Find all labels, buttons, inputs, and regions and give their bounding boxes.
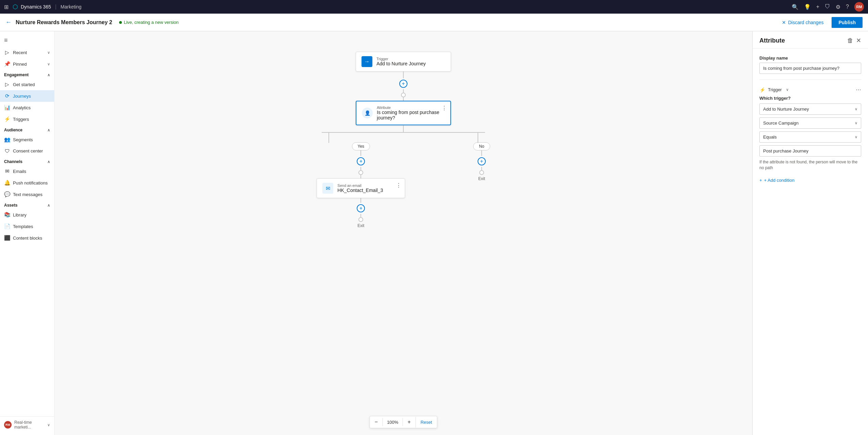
yes-exit-connector-2 [360,214,361,217]
attribute-node-label-main: Is coming from post purchase journey? [377,110,445,120]
sidebar-footer[interactable]: RM Real-time marketi... ∨ [0,416,54,432]
attribute-node-more-icon[interactable]: ⋮ [441,105,447,111]
yes-exit-connector-1 [360,198,361,203]
app-name: Dynamics 365 [21,4,51,10]
sidebar-item-push-notifications[interactable]: 🔔 Push notifications [0,177,54,189]
sidebar-item-library[interactable]: 📚 Library [0,209,54,221]
app-brand: ⬡ Dynamics 365 | Marketing [13,3,81,11]
connector-line-1 [403,71,404,78]
yes-exit-add-button[interactable]: + [357,204,365,212]
panel-body: Display name ⚡ Trigger ∨ ⋯ Which trigger… [753,49,868,191]
no-add-button[interactable]: + [478,157,486,165]
sidebar-item-consent-center[interactable]: 🛡 Consent center [0,145,54,157]
branch-area: Yes + ✉ Send an email HK_C [315,125,492,228]
branch-row: Yes + ✉ Send an email HK_C [317,142,490,228]
post-purchase-input[interactable] [759,145,861,157]
add-button-1[interactable]: + [399,80,407,88]
which-trigger-label: Which trigger? [759,96,861,101]
recent-icon: ▷ [4,49,10,55]
sidebar-item-journeys[interactable]: ⟳ Journeys [0,90,54,102]
sidebar-item-analytics[interactable]: 📊 Analytics [0,102,54,113]
no-label: No [473,142,490,150]
assets-header: Assets ∧ [0,200,54,209]
zoom-reset-button[interactable]: Reset [415,417,437,428]
source-dropdown-chevron: ∨ [855,121,857,125]
left-drop [328,133,329,143]
sidebar-item-segments[interactable]: 👥 Segments [0,134,54,145]
trigger-node-labels: Trigger Add to Nurture Journey [376,57,426,66]
yes-add-button[interactable]: + [357,157,365,165]
trigger-dropdown[interactable]: Add to Nurture Journey ∨ [759,103,861,115]
module-name: Marketing [61,4,81,10]
panel-close-button[interactable]: ✕ [856,37,861,44]
sidebar-item-text-messages[interactable]: 💬 Text messages [0,189,54,200]
zoom-out-button[interactable]: − [370,416,383,428]
grid-icon[interactable]: ⊞ [4,4,9,10]
get-started-icon: ▷ [4,81,10,87]
segments-icon: 👥 [4,136,10,143]
journey-canvas: → Trigger Add to Nurture Journey + 👤 A [54,31,752,435]
display-name-input[interactable] [759,63,861,74]
equals-dropdown[interactable]: Equals ∨ [759,131,861,143]
assets-chevron: ∧ [47,203,50,208]
add-condition-button[interactable]: + + Add condition [759,176,861,184]
sidebar-item-triggers[interactable]: ⚡ Triggers [0,113,54,125]
trigger-row-chevron: ∨ [786,87,789,92]
add-icon[interactable]: + [816,4,819,10]
display-name-field: Display name [759,55,861,74]
panel-delete-button[interactable]: 🗑 [847,37,853,44]
email-node-label-main: HK_Contact_Email_3 [337,188,383,193]
discard-button[interactable]: ✕ Discard changes [778,18,827,27]
branch-horizontal [322,132,485,133]
no-connector-2 [481,167,482,170]
sidebar-item-get-started[interactable]: ▷ Get started [0,79,54,90]
hamburger-menu[interactable]: ≡ [0,34,54,47]
sidebar-item-emails[interactable]: ✉ Emails [0,165,54,177]
main-layout: ≡ ▷ Recent ∨ 📌 Pinned ∨ Engagement ∧ ▷ G… [0,31,868,435]
pinned-chevron: ∨ [47,62,50,66]
topbar-icons: 🔍 💡 + ⛉ ⚙ ? RM [792,2,864,12]
push-icon: 🔔 [4,180,10,186]
zoom-in-button[interactable]: + [403,416,415,428]
right-drop [478,133,478,143]
status-badge: Live, creating a new version [119,20,179,25]
sidebar-item-pinned[interactable]: 📌 Pinned ∨ [0,58,54,70]
sidebar-item-templates[interactable]: 📄 Templates [0,221,54,232]
panel-title: Attribute [759,37,785,44]
engagement-header: Engagement ∧ [0,70,54,79]
footer-icon: RM [4,421,12,429]
sidebar: ≡ ▷ Recent ∨ 📌 Pinned ∨ Engagement ∧ ▷ G… [0,31,54,435]
yes-connector-2 [360,167,361,170]
email-node[interactable]: ✉ Send an email HK_Contact_Email_3 ⋮ [317,178,405,198]
source-campaign-dropdown[interactable]: Source Campaign ∨ [759,117,861,129]
audience-chevron: ∧ [47,128,50,132]
triggers-icon: ⚡ [4,116,10,122]
yes-branch: Yes + ✉ Send an email HK_C [317,142,405,228]
yes-exit-circle [358,217,363,222]
branch-stem [403,125,404,132]
trigger-node-label-small: Trigger [376,57,426,61]
canvas-area: → Trigger Add to Nurture Journey + 👤 A [54,31,752,435]
avatar[interactable]: RM [854,2,864,12]
panel-header: Attribute 🗑 ✕ [753,31,868,49]
yes-connector-3 [360,175,361,178]
search-icon[interactable]: 🔍 [792,4,799,10]
filter-icon[interactable]: ⛉ [825,4,830,10]
templates-icon: 📄 [4,223,10,229]
trigger-node-label-main: Add to Nurture Journey [376,61,426,66]
attribute-node[interactable]: 👤 Attribute Is coming from post purchase… [356,101,451,125]
publish-button[interactable]: Publish [832,17,863,28]
sidebar-item-recent[interactable]: ▷ Recent ∨ [0,47,54,58]
trigger-node[interactable]: → Trigger Add to Nurture Journey [356,52,451,71]
email-node-label-small: Send an email [337,183,383,188]
settings-icon[interactable]: ⚙ [836,4,840,10]
lightbulb-icon[interactable]: 💡 [804,4,811,10]
status-text: Live, creating a new version [124,20,179,25]
sidebar-item-content-blocks[interactable]: ⬛ Content blocks [0,232,54,244]
help-icon[interactable]: ? [846,4,849,10]
back-button[interactable]: ← [5,19,12,26]
yes-connector-1 [360,150,361,156]
email-node-more-icon[interactable]: ⋮ [396,182,401,189]
trigger-dropdown-chevron: ∨ [855,107,857,111]
trigger-row-more[interactable]: ⋯ [856,86,861,93]
